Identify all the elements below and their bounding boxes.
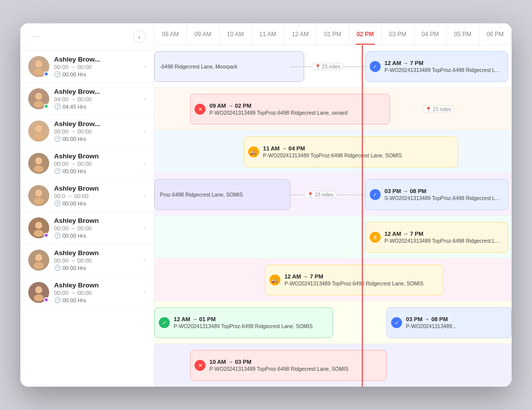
- distance-label-0: 📍23 miles: [312, 63, 343, 70]
- event-time-6-0: 12 AM → 01 PM: [174, 316, 328, 322]
- event-time-4-0: 12 AM → 7 PM: [385, 231, 503, 237]
- event-icon-6-1: ✓: [391, 317, 402, 328]
- time-header-09-AM: 09 AM: [187, 23, 219, 45]
- clock-icon: 🕐: [54, 297, 61, 303]
- pin-icon: 📍: [315, 64, 321, 69]
- timeline-row-2: 🚚11 AM → 04 PMP-WO20241313489 TopProz-64…: [154, 131, 512, 173]
- svg-point-18: [36, 158, 42, 164]
- staff-hrs: 🕐 00:00 Hrs: [54, 265, 139, 271]
- staff-sidebar: ‹ Ashley Brow... 00:00 → 00:00 🕐 00:00 H…: [20, 23, 154, 387]
- staff-name: Ashley Brown: [54, 152, 139, 160]
- staff-item-1[interactable]: Ashley Brow... 04:00 → 00:00 🕐 04:45 Hrs…: [20, 83, 154, 115]
- time-header-10-AM: 10 AM: [219, 23, 252, 45]
- staff-info: Ashley Brow... 00:00 → 00:00 🕐 00:00 Hrs: [54, 56, 139, 77]
- timeline-header: 08 AM09 AM10 AM11 AM12 AM01 PM02 PM03 PM…: [154, 23, 512, 45]
- staff-time: 00:00 → 00:00: [54, 129, 139, 135]
- event-icon-3-0: ✓: [370, 189, 381, 200]
- svg-point-33: [36, 255, 42, 261]
- event-icon-4-0: ⏸: [370, 232, 381, 243]
- event-desc-4-0: P-WO20241313489 TopProz-6498 Ridgecrest …: [385, 238, 503, 244]
- time-header-05-PM: 05 PM: [447, 23, 479, 45]
- timeline-row-7: ✕10 AM → 03 PMP-WO20241313489 TopProz-64…: [154, 344, 512, 387]
- staff-name: Ashley Brow...: [54, 88, 139, 95]
- svg-point-29: [34, 230, 44, 237]
- back-button[interactable]: ‹: [133, 30, 146, 43]
- clock-icon: 🕐: [54, 168, 61, 174]
- svg-point-24: [34, 198, 44, 205]
- staff-item-3[interactable]: Ashley Brown 00:00 → 00:00 🕐 00:00 Hrs ›: [20, 147, 154, 180]
- event-card-6-1[interactable]: ✓03 PM → 08 PMP-WO20241313489...: [387, 307, 512, 338]
- avatar-wrap: [28, 153, 49, 174]
- chevron-right-icon: ›: [144, 95, 146, 102]
- staff-hrs: 🕐 00:00 Hrs: [54, 200, 139, 206]
- staff-item-6[interactable]: Ashley Brown 00:00 → 00:00 🕐 00:00 Hrs ›: [20, 244, 154, 276]
- svg-point-14: [34, 133, 44, 140]
- clock-icon: 🕐: [54, 71, 61, 77]
- staff-info: Ashley Brow... 04:00 → 00:00 🕐 04:45 Hrs: [54, 88, 139, 110]
- timeline-row-6: ✓12 AM → 01 PMP-WO20241313489 TopProz-64…: [154, 301, 512, 344]
- staff-item-0[interactable]: Ashley Brow... 00:00 → 00:00 🕐 00:00 Hrs…: [20, 51, 154, 83]
- event-card-1-0[interactable]: ✕09 AM → 02 PMP-WO20241313489 TopProz-64…: [190, 94, 390, 125]
- timeline-row-5: 🚚12 AM → 7 PMP-WO20241313489 TopProz-649…: [154, 259, 512, 301]
- pin-icon: 📍: [307, 192, 313, 197]
- staff-hrs: 🕐 00:00 Hrs: [54, 168, 139, 174]
- chevron-right-icon: ›: [144, 257, 146, 264]
- timeline-row-3: ✓03 PM → 08 PMS-WO20241313489 TopProz-64…: [154, 173, 512, 216]
- staff-hrs: 🕐 00:00 Hrs: [54, 136, 139, 142]
- svg-point-23: [36, 191, 42, 196]
- timeline-row-0: ✓12 AM → 7 PMP-WO20241313489 TopProz-649…: [154, 45, 512, 88]
- chevron-right-icon: ›: [144, 128, 146, 135]
- time-header-02-PM: 02 PM: [349, 23, 382, 45]
- event-card-5-0[interactable]: 🚚12 AM → 7 PMP-WO20241313489 TopProz-649…: [265, 265, 444, 295]
- chevron-right-icon: ›: [144, 224, 146, 231]
- staff-name: Ashley Brow...: [54, 56, 139, 63]
- staff-info: Ashley Brown 00:00 → 00:00 🕐 00:00 Hrs: [54, 249, 139, 271]
- event-time-2-0: 11 AM → 04 PM: [263, 145, 453, 151]
- staff-time: 00:00 → 00:00: [54, 290, 139, 296]
- timeline-area: 08 AM09 AM10 AM11 AM12 AM01 PM02 PM03 PM…: [154, 23, 512, 387]
- svg-point-4: [34, 68, 44, 75]
- staff-item-4[interactable]: Ashley Brown 00:0 → 00:00 🕐 00:00 Hrs ›: [20, 180, 154, 212]
- staff-time: 00:0 → 00:00: [54, 193, 139, 199]
- time-header-01-PM: 01 PM: [317, 23, 349, 45]
- event-card-6-0[interactable]: ✓12 AM → 01 PMP-WO20241313489 TopProz-64…: [154, 307, 333, 338]
- svg-point-3: [36, 62, 42, 67]
- chevron-right-icon: ›: [144, 63, 146, 70]
- staff-time: 00:00 → 00:00: [54, 225, 139, 231]
- event-card-7-0[interactable]: ✕10 AM → 03 PMP-WO20241313489 TopProz-64…: [190, 350, 387, 381]
- event-card-4-0[interactable]: ⏸12 AM → 7 PMP-WO20241313489 TopProz-649…: [365, 222, 508, 253]
- avatar-wrap: [28, 88, 49, 109]
- staff-time: 04:00 → 00:00: [54, 96, 139, 102]
- connector-left-3-1: Proz-6498 Ridgecrest Lane, SOMIS: [154, 179, 290, 210]
- event-icon-6-0: ✓: [159, 317, 170, 328]
- timeline-body[interactable]: ✓12 AM → 7 PMP-WO20241313489 TopProz-649…: [154, 45, 512, 387]
- staff-info: Ashley Brown 00:00 → 00:00 🕐 00:00 Hrs: [54, 281, 139, 303]
- time-header-11-AM: 11 AM: [252, 23, 284, 45]
- staff-time: 00:00 → 00:00: [54, 258, 139, 264]
- avatar: [28, 121, 49, 141]
- staff-item-5[interactable]: Ashley Brown 00:00 → 00:00 🕐 00:00 Hrs ›: [20, 212, 154, 244]
- staff-info: Ashley Brow... 00:00 → 00:00 🕐 00:00 Hrs: [54, 120, 139, 142]
- status-dot: [44, 104, 49, 109]
- staff-name: Ashley Brown: [54, 217, 139, 224]
- avatar: [28, 250, 49, 271]
- staff-time: 00:00 → 00:00: [54, 64, 139, 70]
- staff-hrs: 🕐 00:00 Hrs: [54, 297, 139, 303]
- event-desc-6-1: P-WO20241313489...: [406, 323, 506, 329]
- staff-item-2[interactable]: Ashley Brow... 00:00 → 00:00 🕐 00:00 Hrs…: [20, 115, 154, 147]
- time-header-03-PM: 03 PM: [382, 23, 414, 45]
- event-desc-2-0: P-WO20241313489 TopProz-6498 Ridgecrest …: [263, 152, 453, 158]
- timeline-row-1: ✕09 AM → 02 PMP-WO20241313489 TopProz-64…: [154, 88, 512, 131]
- event-time-6-1: 03 PM → 08 PM: [406, 316, 506, 322]
- avatar-wrap: [28, 121, 49, 141]
- event-desc-7-0: P-WO20241313489 TopProz-6498 Ridgecrest …: [209, 366, 381, 372]
- avatar-wrap: [28, 217, 49, 238]
- status-dot: [44, 71, 49, 76]
- event-card-2-0[interactable]: 🚚11 AM → 04 PMP-WO20241313489 TopProz-64…: [244, 137, 458, 167]
- event-card-0-0[interactable]: ✓12 AM → 7 PMP-WO20241313489 TopProz-649…: [365, 51, 508, 82]
- staff-item-7[interactable]: Ashley Brown 00:00 → 00:00 🕐 00:00 Hrs ›: [20, 276, 154, 309]
- event-card-3-0[interactable]: ✓03 PM → 08 PMS-WO20241313489 TopProz-64…: [365, 179, 508, 210]
- clock-icon: 🕐: [54, 232, 61, 239]
- staff-name: Ashley Brow...: [54, 120, 139, 128]
- svg-point-13: [36, 126, 42, 132]
